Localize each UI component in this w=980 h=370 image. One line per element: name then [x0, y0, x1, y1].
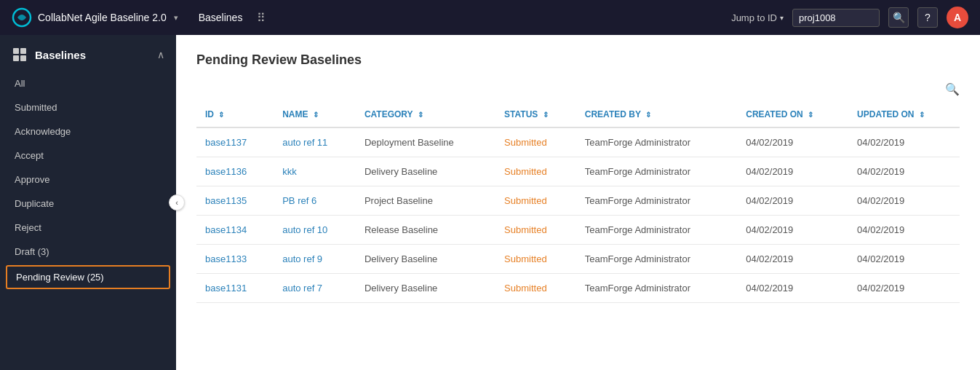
table-row: base1137 auto ref 11 Deployment Baseline… [196, 127, 960, 157]
cell-id-1[interactable]: base1136 [196, 157, 274, 186]
cell-id-0[interactable]: base1137 [196, 127, 274, 157]
svg-rect-4 [20, 55, 26, 61]
cell-id-2[interactable]: base1135 [196, 186, 274, 216]
jump-to-id-chevron: ▾ [780, 14, 784, 22]
col-updated-on[interactable]: UPDATED ON ⇕ [848, 102, 960, 127]
sidebar-item-pending-review-label: Pending Review (25) [16, 272, 104, 283]
col-created-by[interactable]: CREATED BY ⇕ [576, 102, 737, 127]
main-layout: Baselines ∧ All Submitted Acknowledge Ac… [0, 35, 980, 370]
cell-name-5[interactable]: auto ref 7 [274, 274, 356, 303]
sidebar-item-accept-label: Accept [15, 150, 44, 161]
cell-updated-on-1: 04/02/2019 [848, 157, 960, 186]
cell-id-5[interactable]: base1131 [196, 274, 274, 303]
cell-updated-on-5: 04/02/2019 [848, 274, 960, 303]
sidebar-header: Baselines ∧ [0, 35, 176, 68]
app-title-chevron: ▾ [174, 13, 178, 23]
cell-updated-on-0: 04/02/2019 [848, 127, 960, 157]
cell-status-3: Submitted [495, 216, 576, 245]
cell-category-1: Delivery Baseline [356, 157, 495, 186]
help-button[interactable]: ? [917, 7, 938, 28]
cell-created-on-5: 04/02/2019 [737, 274, 848, 303]
main-content: Pending Review Baselines 🔍 ID ⇕ NAME ⇕ C… [176, 35, 980, 370]
sidebar: Baselines ∧ All Submitted Acknowledge Ac… [0, 35, 176, 370]
sidebar-item-accept[interactable]: Accept [0, 143, 176, 168]
sidebar-collapse-chevron[interactable]: ∧ [157, 49, 164, 60]
cell-status-4: Submitted [495, 245, 576, 274]
col-name-sort-icon: ⇕ [313, 111, 319, 119]
logo-icon [12, 7, 32, 28]
cell-created-by-2: TeamForge Administrator [576, 186, 737, 216]
col-id-label: ID [205, 109, 214, 119]
help-icon: ? [925, 12, 931, 23]
nav-baselines-label: Baselines [199, 12, 243, 23]
cell-name-1[interactable]: kkk [274, 157, 356, 186]
col-name-label: NAME [282, 109, 308, 119]
sidebar-item-all-label: All [15, 78, 25, 89]
sidebar-collapse-button[interactable]: ‹ [169, 194, 185, 210]
sidebar-item-submitted-label: Submitted [15, 102, 57, 113]
sidebar-item-draft[interactable]: Draft (3) [0, 240, 176, 264]
table-search-row: 🔍 [196, 82, 960, 96]
sidebar-item-submitted[interactable]: Submitted [0, 95, 176, 119]
search-nav-icon: 🔍 [893, 12, 905, 23]
cell-name-4[interactable]: auto ref 9 [274, 245, 356, 274]
svg-rect-3 [13, 55, 19, 61]
col-status-label: STATUS [504, 109, 538, 119]
cell-created-on-0: 04/02/2019 [737, 127, 848, 157]
cell-category-4: Delivery Baseline [356, 245, 495, 274]
col-category-sort-icon: ⇕ [418, 111, 423, 119]
cell-name-3[interactable]: auto ref 10 [274, 216, 356, 245]
app-title: CollabNet Agile Baseline 2.0 [38, 12, 167, 23]
col-name[interactable]: NAME ⇕ [274, 102, 356, 127]
sidebar-item-draft-label: Draft (3) [15, 246, 49, 257]
sidebar-item-duplicate-label: Duplicate [15, 198, 54, 209]
table-body: base1137 auto ref 11 Deployment Baseline… [196, 127, 960, 303]
cell-updated-on-3: 04/02/2019 [848, 216, 960, 245]
col-created-by-label: CREATED BY [585, 109, 641, 119]
col-category-label: CATEGORY [364, 109, 413, 119]
cell-created-by-5: TeamForge Administrator [576, 274, 737, 303]
grid-icon[interactable]: ⠿ [257, 11, 266, 25]
sidebar-item-acknowledge[interactable]: Acknowledge [0, 119, 176, 143]
sidebar-item-duplicate[interactable]: Duplicate [0, 192, 176, 216]
col-id[interactable]: ID ⇕ [196, 102, 274, 127]
table-header: ID ⇕ NAME ⇕ CATEGORY ⇕ STATUS ⇕ [196, 102, 960, 127]
page-title: Pending Review Baselines [196, 52, 960, 68]
col-category[interactable]: CATEGORY ⇕ [356, 102, 495, 127]
sidebar-item-approve[interactable]: Approve [0, 168, 176, 192]
cell-updated-on-2: 04/02/2019 [848, 186, 960, 216]
cell-created-by-4: TeamForge Administrator [576, 245, 737, 274]
table-row: base1136 kkk Delivery Baseline Submitted… [196, 157, 960, 186]
col-updated-on-label: UPDATED ON [857, 109, 914, 119]
svg-rect-1 [13, 48, 19, 54]
baselines-sidebar-icon [12, 47, 28, 63]
cell-status-5: Submitted [495, 274, 576, 303]
sidebar-item-all[interactable]: All [0, 71, 176, 95]
cell-id-4[interactable]: base1133 [196, 245, 274, 274]
svg-rect-2 [20, 48, 26, 54]
cell-name-0[interactable]: auto ref 11 [274, 127, 356, 157]
search-nav-button[interactable]: 🔍 [888, 7, 909, 28]
col-created-on[interactable]: CREATED ON ⇕ [737, 102, 848, 127]
sidebar-collapse-icon: ‹ [175, 198, 178, 207]
col-status[interactable]: STATUS ⇕ [495, 102, 576, 127]
sidebar-item-acknowledge-label: Acknowledge [15, 126, 71, 137]
col-created-by-sort-icon: ⇕ [645, 111, 651, 119]
cell-category-5: Delivery Baseline [356, 274, 495, 303]
app-logo[interactable]: CollabNet Agile Baseline 2.0 ▾ [12, 7, 178, 28]
sidebar-item-reject[interactable]: Reject [0, 216, 176, 240]
jump-to-id-label: Jump to ID [731, 12, 777, 23]
baselines-table: ID ⇕ NAME ⇕ CATEGORY ⇕ STATUS ⇕ [196, 102, 960, 303]
table-search-icon[interactable]: 🔍 [945, 82, 960, 96]
jump-to-id-input[interactable] [792, 9, 880, 27]
sidebar-items-list: All Submitted Acknowledge Accept Approve… [0, 68, 176, 294]
table-row: base1131 auto ref 7 Delivery Baseline Su… [196, 274, 960, 303]
cell-category-2: Project Baseline [356, 186, 495, 216]
cell-id-3[interactable]: base1134 [196, 216, 274, 245]
user-avatar[interactable]: A [947, 7, 968, 28]
cell-created-by-3: TeamForge Administrator [576, 216, 737, 245]
table-header-row: ID ⇕ NAME ⇕ CATEGORY ⇕ STATUS ⇕ [196, 102, 960, 127]
jump-to-id-dropdown[interactable]: Jump to ID ▾ [731, 12, 784, 23]
sidebar-item-pending-review[interactable]: Pending Review (25) [6, 265, 170, 289]
cell-name-2[interactable]: PB ref 6 [274, 186, 356, 216]
